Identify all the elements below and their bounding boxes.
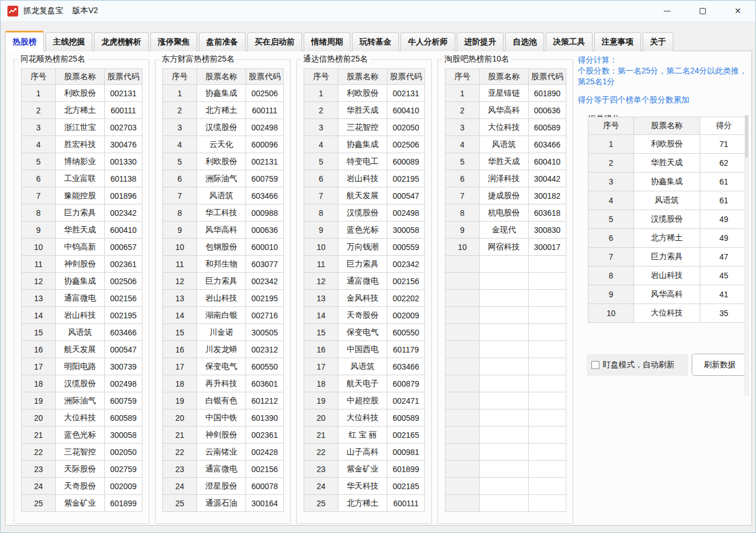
rank-cell[interactable]: 13: [304, 290, 338, 307]
stock-name-cell[interactable]: 金现代: [480, 222, 529, 239]
rank-cell[interactable]: 15: [163, 324, 197, 341]
rank-cell[interactable]: 6: [304, 170, 338, 187]
rank-cell[interactable]: 20: [163, 409, 197, 427]
score-cell[interactable]: 47: [700, 248, 748, 266]
stock-code-cell[interactable]: 600410: [529, 153, 566, 170]
stock-code-cell[interactable]: 000559: [387, 239, 425, 256]
stock-code-cell[interactable]: 300442: [529, 170, 566, 187]
stock-code-cell[interactable]: 000547: [387, 187, 425, 204]
stock-code-cell[interactable]: 002342: [387, 256, 425, 273]
stock-code-cell[interactable]: 002156: [246, 461, 284, 478]
score-cell[interactable]: 62: [700, 154, 748, 173]
rank-cell[interactable]: [446, 256, 480, 273]
stock-name-cell[interactable]: 中国中铁: [197, 409, 246, 427]
rank-cell[interactable]: 7: [589, 248, 634, 266]
rank-cell[interactable]: 8: [22, 204, 56, 222]
stock-code-cell[interactable]: 002471: [387, 392, 425, 409]
stock-name-cell[interactable]: 航天电子: [338, 375, 387, 392]
stock-name-cell[interactable]: 协鑫集成: [197, 85, 246, 102]
stock-code-cell[interactable]: 300505: [246, 324, 284, 341]
stock-name-cell[interactable]: 中钨高新: [56, 239, 105, 256]
rank-cell[interactable]: 3: [589, 173, 634, 191]
rank-cell[interactable]: 7: [304, 187, 338, 204]
score-cell[interactable]: 61: [700, 173, 748, 191]
stock-code-cell[interactable]: 600111: [387, 495, 425, 512]
stock-name-cell[interactable]: 润泽科技: [480, 170, 529, 187]
stock-code-cell[interactable]: 603466: [105, 324, 142, 341]
stock-name-cell[interactable]: [480, 478, 529, 495]
stock-code-cell[interactable]: 600589: [529, 119, 566, 136]
stock-name-cell[interactable]: 中国西电: [338, 341, 387, 358]
rank-cell[interactable]: 8: [589, 266, 634, 285]
stock-name-cell[interactable]: 巨力索具: [634, 248, 700, 266]
stock-name-cell[interactable]: 通富微电: [56, 290, 105, 307]
stock-code-cell[interactable]: 000981: [387, 444, 425, 461]
score-cell[interactable]: 41: [700, 285, 748, 304]
stock-code-cell[interactable]: 600550: [387, 324, 425, 341]
stock-name-cell[interactable]: 红 宝 丽: [338, 427, 387, 444]
rank-cell[interactable]: [446, 375, 480, 392]
stock-code-cell[interactable]: 002361: [105, 256, 142, 273]
stock-name-cell[interactable]: 华胜天成: [480, 153, 529, 170]
tab-10[interactable]: 进阶提升: [457, 32, 504, 51]
stock-code-cell[interactable]: 002165: [387, 427, 425, 444]
stock-name-cell[interactable]: 大位科技: [634, 304, 700, 323]
stock-code-cell[interactable]: 002195: [246, 290, 284, 307]
stock-name-cell[interactable]: 北方稀土: [56, 102, 105, 119]
rank-cell[interactable]: 7: [446, 187, 480, 204]
stock-code-cell[interactable]: 002202: [387, 290, 425, 307]
stock-code-cell[interactable]: 601390: [246, 409, 284, 427]
rank-cell[interactable]: 16: [304, 341, 338, 358]
stock-name-cell[interactable]: 川发龙蟒: [197, 341, 246, 358]
rank-cell[interactable]: 20: [22, 409, 56, 427]
stock-name-cell[interactable]: 汉缆股份: [338, 204, 387, 222]
stock-code-cell[interactable]: 600550: [246, 358, 284, 375]
stock-code-cell[interactable]: [529, 341, 566, 358]
rank-cell[interactable]: 11: [304, 256, 338, 273]
rank-cell[interactable]: 14: [304, 307, 338, 324]
stock-code-cell[interactable]: [529, 409, 566, 427]
stock-name-cell[interactable]: 大位科技: [480, 119, 529, 136]
rank-cell[interactable]: 7: [163, 187, 197, 204]
stock-name-cell[interactable]: 保变电气: [338, 324, 387, 341]
stock-name-cell[interactable]: 大位科技: [338, 409, 387, 427]
stock-name-cell[interactable]: 浙江世宝: [56, 119, 105, 136]
rank-cell[interactable]: 10: [446, 239, 480, 256]
stock-code-cell[interactable]: 001330: [105, 153, 142, 170]
refresh-data-button[interactable]: 刷新数据: [692, 354, 748, 376]
stock-name-cell[interactable]: 洲际油气: [56, 392, 105, 409]
stock-name-cell[interactable]: 北方稀土: [338, 495, 387, 512]
stock-code-cell[interactable]: 002498: [246, 119, 284, 136]
tab-7[interactable]: 情绪周期: [304, 32, 350, 51]
rank-cell[interactable]: 5: [163, 153, 197, 170]
stock-code-cell[interactable]: 000636: [529, 102, 566, 119]
rank-cell[interactable]: 4: [22, 136, 56, 153]
rank-cell[interactable]: 10: [304, 239, 338, 256]
stock-code-cell[interactable]: 002131: [387, 85, 425, 102]
rank-cell[interactable]: 8: [163, 204, 197, 222]
stock-name-cell[interactable]: [480, 256, 529, 273]
stock-code-cell[interactable]: 002131: [246, 153, 284, 170]
rank-cell[interactable]: 21: [163, 427, 197, 444]
rank-cell[interactable]: 3: [163, 119, 197, 136]
stock-name-cell[interactable]: 工业富联: [56, 170, 105, 187]
stock-name-cell[interactable]: 汉缆股份: [197, 119, 246, 136]
stock-name-cell[interactable]: 特变电工: [338, 153, 387, 170]
tab-4[interactable]: 涨停聚焦: [150, 32, 197, 51]
stock-code-cell[interactable]: [529, 307, 566, 324]
stock-name-cell[interactable]: [480, 290, 529, 307]
stock-code-cell[interactable]: 600879: [387, 375, 425, 392]
stock-code-cell[interactable]: 300017: [529, 239, 566, 256]
rank-cell[interactable]: 6: [22, 170, 56, 187]
stock-name-cell[interactable]: 天奇股份: [338, 307, 387, 324]
stock-name-cell[interactable]: 岩山科技: [634, 266, 700, 285]
stock-name-cell[interactable]: 协鑫集成: [56, 273, 105, 290]
stock-code-cell[interactable]: 002312: [246, 341, 284, 358]
stock-code-cell[interactable]: 600010: [246, 239, 284, 256]
rank-cell[interactable]: 24: [22, 478, 56, 495]
rank-cell[interactable]: 22: [163, 444, 197, 461]
stock-code-cell[interactable]: 603601: [246, 375, 284, 392]
stock-name-cell[interactable]: 风语筑: [480, 136, 529, 153]
stock-code-cell[interactable]: 002185: [387, 478, 425, 495]
score-cell[interactable]: 49: [700, 210, 748, 229]
